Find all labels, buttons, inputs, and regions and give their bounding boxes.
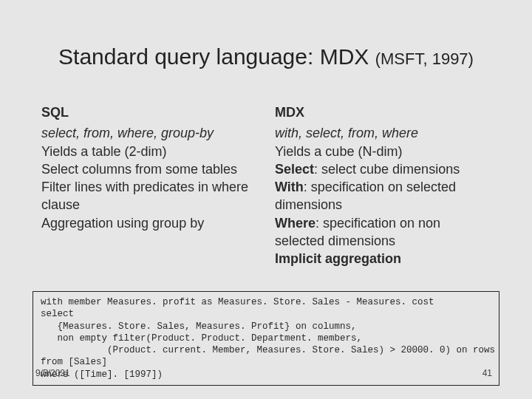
mdx-yields: Yields a cube (N-dim): [275, 143, 491, 160]
mdx-implicit-line: Implicit aggregation: [275, 250, 491, 267]
mdx-where-line: Where: specification on non selected dim…: [275, 214, 491, 250]
slide-title: Standard query language: MDX (MSFT, 1997…: [0, 44, 532, 69]
mdx-column: MDX with, select, from, where Yields a c…: [275, 103, 491, 268]
title-main: Standard query language: MDX: [58, 44, 375, 69]
sql-body: Yields a table (2-dim) Select columns fr…: [41, 143, 257, 232]
sql-clauses: select, from, where, group-by: [41, 124, 257, 142]
footer-date: 9/5/2021: [35, 368, 70, 378]
mdx-where-kw: Where: [275, 216, 316, 231]
mdx-with-kw: With: [275, 180, 304, 194]
footer-page: 41: [482, 368, 492, 378]
code-box: with member Measures. profit as Measures…: [33, 291, 499, 386]
slide: Standard query language: MDX (MSFT, 1997…: [0, 0, 532, 399]
mdx-select-line: Select: select cube dimensions: [275, 160, 491, 178]
title-sub: (MSFT, 1997): [375, 50, 474, 68]
mdx-with-line: With: specification on selected dimensio…: [275, 178, 491, 214]
sql-column: SQL select, from, where, group-by Yields…: [41, 103, 257, 268]
mdx-heading: MDX: [275, 103, 491, 121]
sql-heading: SQL: [41, 103, 257, 121]
mdx-clauses: with, select, from, where: [275, 124, 491, 142]
mdx-implicit-kw: Implicit aggregation: [275, 251, 401, 266]
mdx-select-kw: Select: [275, 162, 314, 177]
comparison-columns: SQL select, from, where, group-by Yields…: [41, 103, 491, 268]
mdx-select-rest: : select cube dimensions: [314, 162, 460, 177]
